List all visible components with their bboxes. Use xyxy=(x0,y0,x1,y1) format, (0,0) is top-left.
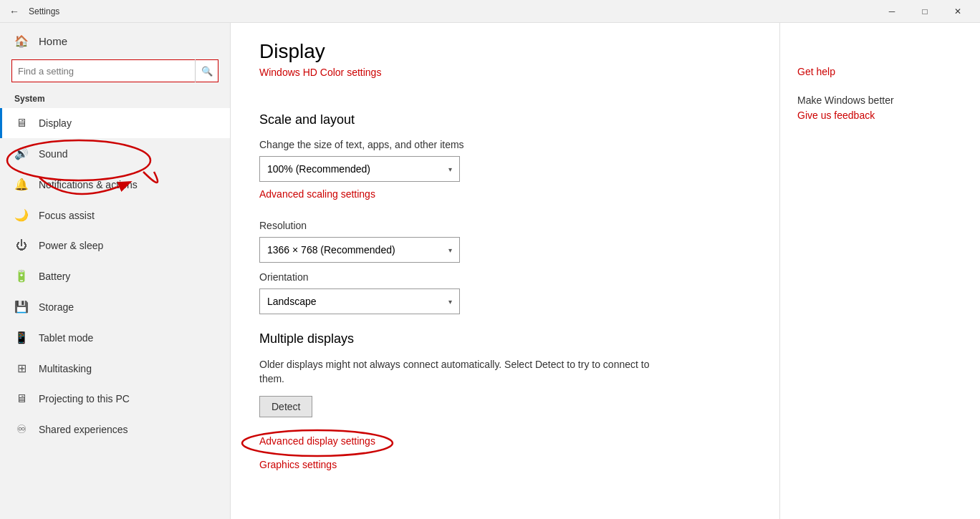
close-button[interactable]: ✕ xyxy=(941,0,974,23)
home-label: Home xyxy=(39,35,67,47)
help-link[interactable]: Get help xyxy=(797,66,963,77)
titlebar: ← Settings ─ □ ✕ xyxy=(0,0,980,23)
notifications-icon: 🔔 xyxy=(14,178,29,191)
detect-button[interactable]: Detect xyxy=(259,396,312,417)
page-title: Display xyxy=(259,40,751,63)
sidebar-item-label-battery: Battery xyxy=(39,271,70,282)
orientation-dropdown-arrow: ▾ xyxy=(448,298,452,306)
orientation-dropdown[interactable]: Landscape ▾ xyxy=(259,288,460,314)
resolution-dropdown-arrow: ▾ xyxy=(448,246,452,254)
storage-icon: 💾 xyxy=(14,300,29,314)
scale-description: Change the size of text, apps, and other… xyxy=(259,139,751,150)
resolution-label: Resolution xyxy=(259,220,751,231)
tablet-icon: 📱 xyxy=(14,331,29,344)
multitasking-icon: ⊞ xyxy=(14,362,29,375)
scale-dropdown-arrow: ▾ xyxy=(448,165,452,173)
content-area: Display Windows HD Color settings Scale … xyxy=(231,23,779,519)
back-button[interactable]: ← xyxy=(6,3,23,20)
section-label: System xyxy=(0,91,230,107)
windows-hd-link[interactable]: Windows HD Color settings xyxy=(259,67,381,78)
sidebar: 🏠 Home 🔍 System 🖥 Display 🔊 Sound 🔔 Noti… xyxy=(0,23,231,519)
search-icon-btn[interactable]: 🔍 xyxy=(195,59,218,82)
sidebar-home[interactable]: 🏠 Home xyxy=(0,23,230,59)
app-body: 🏠 Home 🔍 System 🖥 Display 🔊 Sound 🔔 Noti… xyxy=(0,23,980,519)
right-panel: Get help Make Windows better Give us fee… xyxy=(779,23,980,519)
battery-icon: 🔋 xyxy=(14,269,29,283)
sound-icon: 🔊 xyxy=(14,147,29,160)
display-icon: 🖥 xyxy=(14,117,29,130)
sidebar-item-label-projecting: Projecting to this PC xyxy=(39,393,130,404)
window-controls: ─ □ ✕ xyxy=(875,0,974,23)
sidebar-item-label-focus: Focus assist xyxy=(39,210,95,221)
feedback-link[interactable]: Give us feedback xyxy=(797,110,875,121)
scale-dropdown[interactable]: 100% (Recommended) ▾ xyxy=(259,156,460,182)
orientation-label: Orientation xyxy=(259,271,751,283)
search-input[interactable] xyxy=(12,66,195,77)
scale-section-title: Scale and layout xyxy=(259,112,751,127)
links-section: Advanced display settings Graphics setti… xyxy=(259,435,751,482)
app-title: Settings xyxy=(29,6,59,16)
resolution-dropdown[interactable]: 1366 × 768 (Recommended) ▾ xyxy=(259,237,460,263)
minimize-button[interactable]: ─ xyxy=(875,0,908,23)
resolution-value: 1366 × 768 (Recommended) xyxy=(267,244,395,256)
sidebar-item-label-power: Power & sleep xyxy=(39,240,103,251)
advanced-display-link[interactable]: Advanced display settings xyxy=(259,435,375,447)
sidebar-item-label-multitasking: Multitasking xyxy=(39,363,92,374)
sidebar-item-label-notifications: Notifications & actions xyxy=(39,179,138,190)
power-icon: ⏻ xyxy=(14,239,29,252)
sidebar-item-focus[interactable]: 🌙 Focus assist xyxy=(0,200,230,231)
multiple-displays-title: Multiple displays xyxy=(259,331,751,346)
sidebar-item-notifications[interactable]: 🔔 Notifications & actions xyxy=(0,169,230,200)
sidebar-item-projecting[interactable]: 🖥 Projecting to this PC xyxy=(0,384,230,414)
sidebar-item-label-sound: Sound xyxy=(39,148,67,160)
sidebar-item-label-shared: Shared experiences xyxy=(39,424,128,435)
multiple-displays-section: Multiple displays Older displays might n… xyxy=(259,331,751,429)
scale-value: 100% (Recommended) xyxy=(267,163,370,175)
sidebar-item-sound[interactable]: 🔊 Sound xyxy=(0,138,230,169)
sidebar-item-multitasking[interactable]: ⊞ Multitasking xyxy=(0,353,230,384)
sidebar-item-label-display: Display xyxy=(39,117,72,129)
sidebar-item-display[interactable]: 🖥 Display xyxy=(0,108,230,138)
focus-icon: 🌙 xyxy=(14,208,29,222)
home-icon: 🏠 xyxy=(14,34,29,48)
sidebar-item-label-storage: Storage xyxy=(39,301,74,313)
sidebar-item-shared[interactable]: ♾ Shared experiences xyxy=(0,414,230,445)
multiple-displays-desc: Older displays might not always connect … xyxy=(259,358,653,386)
projecting-icon: 🖥 xyxy=(14,392,29,405)
shared-icon: ♾ xyxy=(14,422,29,436)
sidebar-item-power[interactable]: ⏻ Power & sleep xyxy=(0,231,230,261)
sidebar-item-tablet[interactable]: 📱 Tablet mode xyxy=(0,322,230,353)
sidebar-item-battery[interactable]: 🔋 Battery xyxy=(0,261,230,291)
search-box[interactable]: 🔍 xyxy=(11,59,218,82)
make-better-label: Make Windows better xyxy=(797,94,963,106)
maximize-button[interactable]: □ xyxy=(908,0,941,23)
orientation-value: Landscape xyxy=(267,296,317,307)
advanced-scaling-link[interactable]: Advanced scaling settings xyxy=(259,188,375,200)
sidebar-item-label-tablet: Tablet mode xyxy=(39,332,93,344)
graphics-settings-link[interactable]: Graphics settings xyxy=(259,459,337,470)
sidebar-item-storage[interactable]: 💾 Storage xyxy=(0,291,230,322)
